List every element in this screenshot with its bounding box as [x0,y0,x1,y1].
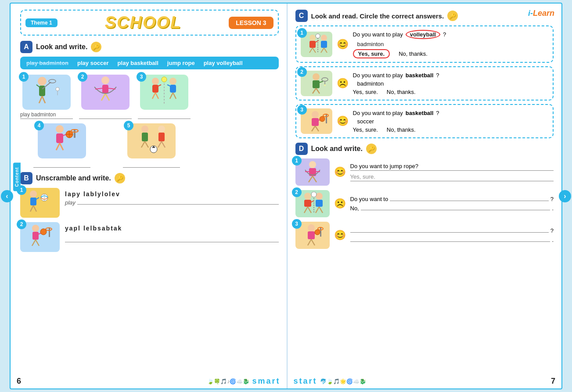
svg-line-49 [30,205,33,212]
section-c-item-3: 3 [295,104,554,138]
c3-basketball: basketball [406,110,434,116]
section-a-header: A Look and write. 🔑 [20,41,279,53]
section-a-title: Look and write. [36,43,87,51]
d-smiley-1: 😊 [334,166,346,178]
svg-line-57 [36,240,39,246]
c2-question: Do you want to play [353,72,403,79]
c2-q-mark: ? [436,72,439,79]
c3-yes: Yes, sure. [353,126,378,133]
svg-rect-55 [32,232,39,240]
section-c-item-1: 1 [295,25,554,63]
nav-right-arrow[interactable]: › [559,190,571,202]
b-answer-1: play [65,199,76,206]
section-a-key: 🔑 [91,42,101,52]
page-num-left: 6 [17,377,21,386]
svg-point-81 [312,111,319,118]
svg-line-3 [42,96,45,103]
svg-point-78 [322,78,328,81]
svg-line-11 [101,94,105,101]
svg-line-92 [313,176,317,182]
c3-no: No, thanks. [387,126,416,133]
section-b-header: B Unscramble and write. 🔑 [20,172,279,184]
nav-left-arrow[interactable]: ‹ [1,190,13,202]
word-4: jump rope [167,60,195,66]
svg-point-37 [141,126,148,133]
section-d-title: Look and write. [311,145,363,153]
svg-line-71 [324,48,327,53]
c-smiley-1: 😊 [337,39,349,50]
section-b-letter: B [20,172,32,184]
answer-2 [79,111,132,119]
svg-line-39 [141,141,145,147]
svg-rect-107 [308,231,315,239]
svg-point-54 [32,225,39,232]
number-badge-2: 2 [78,72,87,82]
svg-point-105 [311,192,317,197]
svg-rect-74 [313,80,320,88]
word-3: play basketball [118,60,158,66]
page-num-right: 7 [551,377,555,386]
svg-line-45 [158,141,162,147]
svg-point-27 [56,125,64,133]
section-c-letter: C [295,10,308,22]
section-b-item-2: 2 [20,222,279,252]
svg-line-70 [321,48,324,53]
c1-no: No, thanks. [399,50,428,57]
section-b-item-1: 1 [20,188,279,218]
svg-point-113 [315,230,320,235]
section-b: B Unscramble and write. 🔑 1 [20,172,279,252]
svg-rect-86 [326,114,327,123]
number-badge-1: 1 [19,72,29,82]
svg-line-84 [315,126,319,131]
c1-badminton: badminton [357,41,384,47]
d2-period: . [552,205,554,212]
svg-rect-10 [102,85,108,94]
c3-soccer: soccer [357,118,374,125]
section-a-letter: A [20,41,32,53]
number-badge-5: 5 [124,121,133,130]
svg-line-103 [316,207,319,213]
c-num-2: 2 [297,67,307,77]
svg-line-50 [33,205,36,212]
start-text: start [294,377,317,386]
svg-line-108 [308,239,311,245]
svg-rect-44 [158,133,165,141]
svg-line-76 [316,88,320,94]
ilearn-logo: i-Learn [528,9,554,18]
svg-line-12 [105,94,109,101]
svg-point-16 [152,78,159,85]
svg-rect-102 [316,200,323,207]
section-d-item-2: 2 [295,190,554,217]
section-d-key: 🔑 [366,144,377,154]
svg-line-91 [309,176,313,182]
svg-rect-28 [56,133,63,143]
svg-line-24 [173,93,176,99]
svg-point-89 [309,161,316,168]
svg-point-62 [309,35,316,41]
svg-line-109 [311,239,315,245]
section-d: D Look and write. 🔑 1 [295,143,554,249]
svg-rect-38 [142,133,148,141]
c2-badminton: badminton [357,80,384,87]
smart-text: smart [252,377,280,386]
svg-point-88 [320,116,325,122]
svg-line-98 [308,207,311,213]
c1-yes-circled: Yes, sure. [353,49,390,58]
b-answer-line-1 [77,204,279,205]
svg-point-43 [158,126,165,133]
section-a-item-4: 4 [33,123,90,168]
section-b-title: Unscramble and write. [36,174,111,182]
svg-point-73 [313,73,320,80]
b-words-1: lapy lablylolev [65,191,279,198]
c1-question-mark: ? [443,31,446,38]
d-num-3: 3 [292,219,302,229]
c2-no: No, thanks. [387,89,416,95]
section-d-item-3: 3 [295,222,554,249]
section-a-item-1: 1 [20,75,73,119]
section-a-item-5: 5 [123,123,180,168]
svg-line-19 [155,93,158,99]
section-d-item-1: 1 😊 [295,158,554,186]
d-num-1: 1 [292,156,302,165]
c-smiley-2: ☹️ [337,78,349,89]
svg-point-72 [316,34,320,38]
